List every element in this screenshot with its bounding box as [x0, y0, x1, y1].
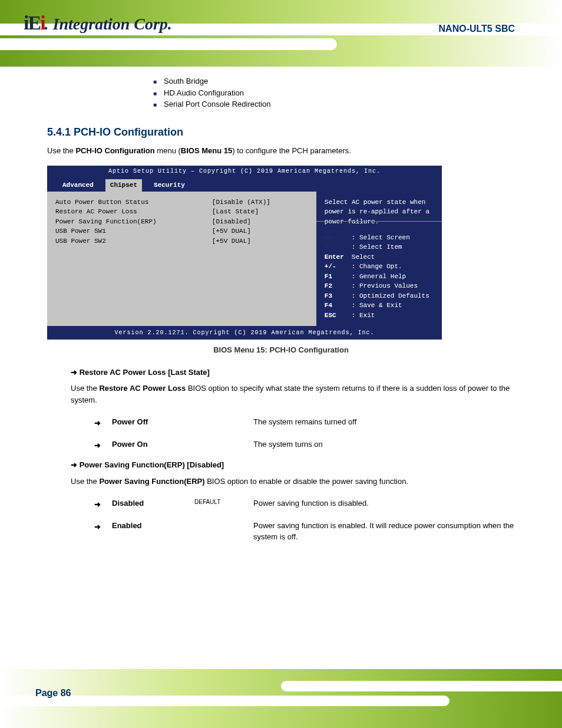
help-text: : Save & Exit — [352, 301, 402, 311]
section-intro-ref: BIOS Menu 15 — [181, 146, 232, 155]
bios-panel: Aptio Setup Utility – Copyright (C) 2019… — [47, 166, 442, 340]
section-intro-end: ) to configure the PCH parameters. — [232, 146, 351, 155]
row-key: USB Power SW1 — [55, 226, 212, 236]
sub-desc: Power saving function is enabled. It wil… — [253, 520, 515, 543]
sub-label: Enabled — [112, 521, 142, 530]
help-text: : Previous Values — [352, 281, 418, 291]
help-sym: F3 — [325, 291, 352, 301]
row-key: Restore AC Power Loss — [55, 207, 212, 217]
help-text: : Select Item — [352, 242, 402, 252]
help-text: : Change Opt. — [352, 262, 402, 272]
opt-desc-bold: Power Saving Function(ERP) — [99, 477, 204, 486]
help-sym: ←→ — [325, 233, 352, 243]
bios-caption: BIOS Menu 15: PCH-IO Configuration — [47, 344, 515, 356]
option-block: Restore AC Power Loss [Last State] Use t… — [71, 367, 515, 450]
footer-background — [0, 669, 562, 728]
section-intro-bold: PCH-IO Configuration — [75, 146, 154, 155]
row-val: [Last State] — [212, 207, 308, 217]
doc-title: NANO-ULT5 SBC — [439, 24, 515, 34]
sub-option: ➜ Disabled DEFAULT Power saving function… — [94, 498, 515, 509]
sub-default — [194, 520, 253, 543]
sub-desc: The system remains turned off — [253, 416, 515, 428]
tab-advanced: Advanced — [58, 179, 98, 192]
bios-hint: Select AC power state when power is re-a… — [325, 197, 434, 223]
list-item: South Bridge — [153, 75, 515, 87]
row-val: [Disable (ATX)] — [212, 197, 308, 207]
sub-desc: The system turns on — [253, 439, 515, 450]
bios-right: Select AC power state when power is re-a… — [316, 192, 442, 327]
sub-option: ➜ Power On The system turns on — [94, 439, 515, 450]
row-val: [+5V DUAL] — [212, 236, 308, 246]
sub-label: Disabled — [112, 499, 144, 508]
content: South Bridge HD Audio Configuration Seri… — [0, 0, 562, 647]
sub-default: DEFAULT — [194, 498, 253, 509]
section-intro-prefix: Use the — [47, 146, 75, 155]
option-block: Power Saving Function(ERP) [Disabled] Us… — [71, 459, 515, 543]
option-title: Power Saving Function(ERP) [Disabled] — [71, 459, 515, 471]
section-title: 5.4.1 PCH-IO Configuration — [47, 124, 515, 140]
bullet-list: South Bridge HD Audio Configuration Seri… — [47, 75, 515, 110]
sub-default — [194, 439, 253, 450]
row-key: Auto Power Button Status — [55, 197, 212, 207]
row-val: [Disabled] — [212, 217, 308, 227]
arrow-icon: ➜ — [94, 417, 101, 429]
list-item: Serial Port Console Redirection — [153, 98, 515, 110]
help-sym: ESC — [325, 311, 352, 321]
sub-label: Power On — [112, 440, 148, 449]
sub-default — [194, 416, 253, 428]
help-text: : Optimized Defaults — [352, 291, 429, 301]
row-val: [+5V DUAL] — [212, 226, 308, 236]
opt-desc-rest: BIOS option to enable or disable the pow… — [205, 477, 408, 486]
help-sym: F1 — [325, 272, 352, 282]
tab-security: Security — [149, 179, 190, 192]
help-sym: Enter — [325, 252, 352, 262]
bios-brand: Aptio Setup Utility – Copyright (C) 2019… — [47, 166, 442, 177]
tab-chipset: Chipset — [105, 179, 142, 192]
help-text: : Select Screen — [352, 233, 410, 243]
arrow-icon: ➜ — [94, 521, 101, 533]
page: { "header": { "logo_text": "iEi Integrat… — [0, 0, 562, 728]
arrow-icon: ➜ — [94, 499, 101, 510]
opt-desc-prefix: Use the — [71, 477, 99, 486]
bios-left: Auto Power Button Status[Disable (ATX)] … — [47, 192, 316, 327]
help-sym: F2 — [325, 281, 352, 291]
row-key: USB Power SW2 — [55, 236, 212, 246]
option-title: Restore AC Power Loss [Last State] — [71, 367, 515, 378]
bios-tabs: Advanced Chipset Security — [47, 177, 442, 192]
bios-inner: Auto Power Button Status[Disable (ATX)] … — [47, 192, 442, 327]
opt-desc-prefix: Use the — [71, 384, 99, 393]
section-intro-suffix: menu ( — [155, 146, 181, 155]
sub-option: ➜ Power Off The system remains turned of… — [94, 416, 515, 428]
help-text: Select — [352, 252, 375, 262]
help-sym: +/- — [325, 262, 352, 272]
help-text: : General Help — [352, 272, 406, 282]
sub-option: ➜ Enabled Power saving function is enabl… — [94, 520, 515, 543]
help-sym: F4 — [325, 301, 352, 311]
page-number: Page 86 — [35, 688, 71, 699]
opt-desc-bold: Restore AC Power Loss — [99, 384, 186, 393]
bios-bottom: Version 2.20.1271. Copyright (C) 2019 Am… — [47, 326, 442, 340]
list-item: HD Audio Configuration — [153, 87, 515, 99]
logo: iEi. Integration Corp. — [24, 12, 172, 34]
arrow-icon: ➜ — [94, 440, 101, 452]
sub-desc: Power saving function is disabled. — [253, 498, 515, 509]
sub-label: Power Off — [112, 417, 148, 426]
row-key: Power Saving Function(ERP) — [55, 217, 212, 227]
help-text: : Exit — [352, 311, 375, 321]
help-sym: ↑ ↓ — [325, 242, 352, 252]
